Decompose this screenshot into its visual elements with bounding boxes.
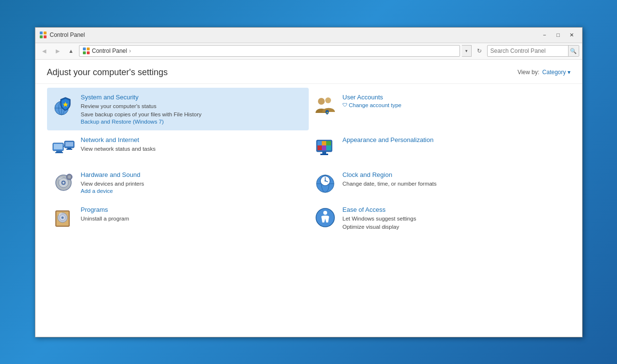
- category-clock-region[interactable]: Clock and Region Change date, time, or n…: [309, 165, 570, 200]
- svg-rect-28: [322, 141, 326, 145]
- user-accounts-title[interactable]: User Accounts: [343, 94, 402, 101]
- forward-button[interactable]: ▶: [52, 45, 63, 57]
- svg-rect-34: [320, 154, 328, 155]
- svg-rect-19: [55, 152, 63, 153]
- hardware-sound-title[interactable]: Hardware and Sound: [81, 171, 144, 178]
- svg-point-53: [61, 217, 63, 219]
- address-bar: ◀ ▶ ▲ Control Panel › ▾ ↻ 🔍: [35, 43, 582, 60]
- svg-rect-31: [322, 145, 326, 150]
- svg-point-40: [68, 175, 71, 178]
- category-ease-access[interactable]: Ease of Access Let Windows suggest setti…: [309, 200, 570, 237]
- appearance-text: Appearance and Personalization: [343, 136, 434, 145]
- minimize-button[interactable]: −: [538, 30, 551, 40]
- appearance-title[interactable]: Appearance and Personalization: [343, 136, 434, 143]
- svg-rect-30: [317, 145, 322, 150]
- address-dropdown-button[interactable]: ▾: [462, 45, 472, 57]
- svg-rect-0: [40, 32, 43, 34]
- category-network-internet[interactable]: Network and Internet View network status…: [47, 130, 309, 165]
- svg-rect-3: [44, 35, 47, 38]
- svg-rect-21: [65, 142, 73, 146]
- close-button[interactable]: ✕: [566, 30, 578, 40]
- network-internet-text: Network and Internet View network status…: [81, 136, 156, 153]
- address-path-text: Control Panel: [92, 47, 127, 54]
- svg-rect-7: [87, 51, 90, 54]
- system-security-sub1: Review your computer's status: [81, 102, 202, 111]
- svg-rect-22: [67, 148, 71, 149]
- network-internet-icon: [52, 136, 75, 159]
- clock-region-text: Clock and Region Change date, time, or n…: [343, 171, 437, 188]
- programs-title[interactable]: Programs: [81, 206, 129, 213]
- network-internet-sub1: View network status and tasks: [81, 145, 156, 153]
- up-button[interactable]: ▲: [65, 45, 77, 57]
- programs-text: Programs Uninstall a program: [81, 206, 129, 223]
- ease-access-text: Ease of Access Let Windows suggest setti…: [343, 206, 416, 232]
- clock-region-title[interactable]: Clock and Region: [343, 171, 437, 178]
- page-title: Adjust your computer's settings: [47, 67, 168, 78]
- page-header: Adjust your computer's settings View by:…: [35, 60, 582, 84]
- svg-point-38: [63, 182, 64, 184]
- view-by: View by: Category ▾: [518, 69, 570, 76]
- system-security-text: System and Security Review your computer…: [81, 94, 202, 125]
- hardware-sound-icon: [52, 171, 75, 194]
- control-panel-window: Control Panel − □ ✕ ◀ ▶ ▲ Control Panel …: [35, 27, 583, 337]
- view-by-dropdown[interactable]: Category ▾: [542, 69, 570, 76]
- svg-rect-17: [54, 144, 63, 149]
- clock-region-icon: [314, 171, 337, 194]
- ease-access-icon: [314, 206, 337, 229]
- title-bar: Control Panel − □ ✕: [35, 28, 582, 43]
- back-button[interactable]: ◀: [38, 45, 50, 57]
- svg-rect-6: [83, 51, 86, 54]
- address-path: Control Panel ›: [79, 45, 460, 57]
- category-programs[interactable]: Programs Uninstall a program: [47, 200, 309, 237]
- search-button[interactable]: 🔍: [568, 45, 579, 57]
- view-by-label: View by:: [518, 69, 539, 76]
- svg-rect-33: [322, 152, 326, 154]
- clock-region-sub1: Change date, time, or number formats: [343, 180, 437, 188]
- svg-rect-2: [40, 35, 43, 38]
- svg-point-13: [318, 98, 325, 105]
- ease-access-title[interactable]: Ease of Access: [343, 206, 416, 213]
- ease-access-sub2: Optimize visual display: [343, 223, 416, 231]
- title-bar-controls: − □ ✕: [538, 30, 578, 40]
- programs-icon: [52, 206, 75, 229]
- user-accounts-link[interactable]: Change account type: [349, 102, 402, 108]
- svg-rect-1: [44, 32, 47, 34]
- category-system-security[interactable]: System and Security Review your computer…: [47, 88, 309, 131]
- svg-rect-18: [56, 151, 62, 152]
- user-accounts-text: User Accounts 🛡 Change account type: [343, 94, 402, 108]
- search-box: 🔍: [487, 45, 579, 57]
- svg-rect-29: [326, 141, 331, 145]
- svg-rect-32: [326, 145, 331, 150]
- system-security-icon: [52, 94, 75, 117]
- svg-point-14: [325, 97, 331, 103]
- system-security-link[interactable]: Backup and Restore (Windows 7): [81, 119, 202, 125]
- svg-rect-27: [317, 141, 322, 145]
- main-content: Adjust your computer's settings View by:…: [35, 60, 582, 337]
- hardware-sound-text: Hardware and Sound View devices and prin…: [81, 171, 144, 194]
- maximize-button[interactable]: □: [552, 30, 565, 40]
- title-bar-icon: [39, 31, 47, 39]
- categories-grid: System and Security Review your computer…: [35, 84, 582, 241]
- ease-access-sub1: Let Windows suggest settings: [343, 215, 416, 223]
- category-hardware-sound[interactable]: Hardware and Sound View devices and prin…: [47, 165, 309, 200]
- refresh-button[interactable]: ↻: [474, 45, 485, 57]
- svg-point-55: [323, 211, 327, 215]
- system-security-sub2: Save backup copies of your files with Fi…: [81, 111, 202, 119]
- svg-rect-23: [66, 149, 72, 150]
- hardware-sound-sub1: View devices and printers: [81, 180, 144, 188]
- svg-rect-4: [83, 47, 86, 50]
- programs-sub1: Uninstall a program: [81, 215, 129, 223]
- system-security-title[interactable]: System and Security: [81, 94, 202, 101]
- address-separator: ›: [129, 47, 131, 54]
- user-accounts-icon: ★: [314, 94, 337, 117]
- appearance-icon: [314, 136, 337, 159]
- category-appearance[interactable]: Appearance and Personalization: [309, 130, 570, 165]
- network-internet-title[interactable]: Network and Internet: [81, 136, 156, 143]
- svg-rect-5: [87, 47, 90, 50]
- title-bar-title: Control Panel: [50, 32, 538, 38]
- search-input[interactable]: [488, 47, 568, 54]
- hardware-sound-link[interactable]: Add a device: [81, 188, 144, 194]
- category-user-accounts[interactable]: ★ User Accounts 🛡 Change account type: [309, 88, 570, 131]
